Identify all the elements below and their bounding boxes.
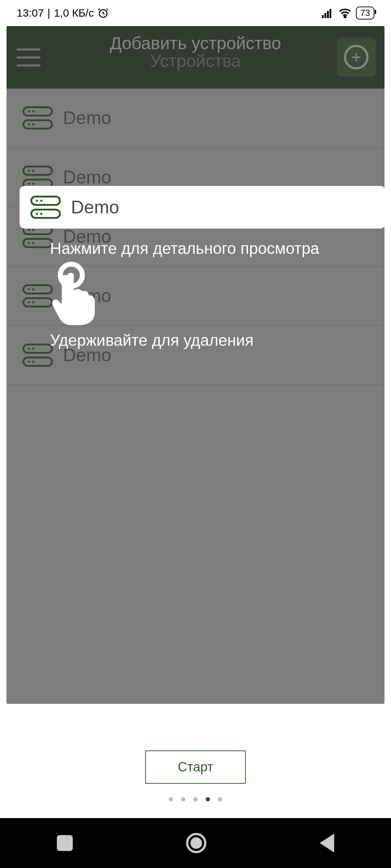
tip-tap-text: Нажмите для детального просмотра: [50, 239, 319, 258]
signal-icon: [322, 8, 334, 18]
svg-point-5: [344, 16, 346, 18]
status-right: 73: [322, 7, 374, 20]
battery-indicator: 73: [356, 7, 374, 20]
pager-dot[interactable]: [181, 797, 185, 801]
pager-dot[interactable]: [218, 797, 222, 801]
alarm-icon: [97, 7, 109, 19]
tutorial-screenshot: Добавить устройство Устройства + Demo De…: [7, 26, 384, 704]
wifi-icon: [339, 8, 352, 18]
start-button-label: Старт: [178, 760, 213, 775]
svg-rect-1: [322, 15, 324, 18]
device-icon: [30, 196, 61, 219]
tutorial-overlay[interactable]: [7, 26, 384, 704]
device-label: Demo: [71, 197, 119, 218]
svg-rect-4: [329, 9, 331, 18]
tip-hold-text: Удерживайте для удаления: [50, 331, 253, 349]
pager-dot[interactable]: [169, 797, 173, 801]
pager-dot[interactable]: [193, 797, 198, 801]
clock: 13:07: [17, 7, 44, 19]
home-button[interactable]: [186, 833, 206, 853]
pager-dot-active[interactable]: [206, 797, 210, 801]
separator: |: [47, 7, 50, 19]
page-indicator: [169, 797, 222, 801]
net-speed: 1,0 КБ/с: [54, 7, 94, 19]
system-nav-bar: [0, 818, 391, 868]
svg-rect-3: [327, 11, 329, 18]
app-content: Добавить устройство Устройства + Demo De…: [0, 26, 391, 868]
highlighted-list-item[interactable]: Demo: [20, 186, 384, 229]
status-left: 13:07 | 1,0 КБ/с: [17, 7, 109, 19]
status-bar: 13:07 | 1,0 КБ/с 73: [0, 0, 391, 26]
back-button[interactable]: [320, 834, 334, 852]
tap-hand-icon: [50, 261, 101, 326]
recents-button[interactable]: [57, 835, 73, 851]
start-button[interactable]: Старт: [145, 750, 246, 784]
svg-rect-2: [324, 13, 326, 18]
